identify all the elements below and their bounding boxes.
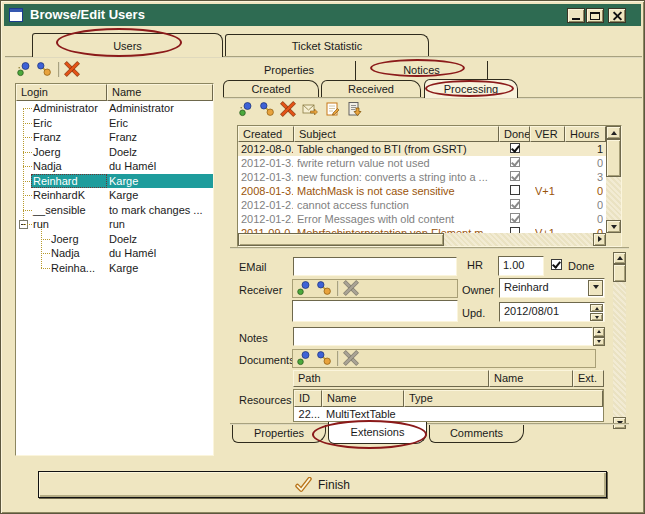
upd-date-field[interactable]: 2012/08/01	[499, 302, 605, 322]
tab-properties-top[interactable]: Properties	[223, 61, 356, 80]
forward-notice-button[interactable]	[302, 101, 319, 118]
col-header-type[interactable]: Type	[404, 390, 603, 407]
spin-up-button[interactable]	[590, 304, 603, 312]
col-header-ext[interactable]: Ext.	[573, 370, 604, 387]
notice-done-checkbox[interactable]	[510, 213, 520, 223]
scroll-up-button[interactable]	[606, 126, 621, 139]
tree-row[interactable]: ReinhardKarge	[16, 174, 213, 189]
titlebar[interactable]: Browse/Edit Users	[4, 4, 641, 26]
resources-table[interactable]: ID Name Type 22...MultiTextTable	[293, 389, 604, 422]
tree-row[interactable]: AdministratorAdministrator	[16, 101, 213, 116]
maximize-button[interactable]	[586, 8, 604, 23]
delete-user-button[interactable]	[64, 61, 81, 78]
notices-table[interactable]: Created Subject Done VER Hours 2012-08-0…	[237, 125, 622, 247]
col-header-doc-name[interactable]: Name	[489, 370, 573, 387]
scroll-down-button[interactable]	[606, 220, 621, 233]
tree-row[interactable]: Nadjadu Hamél	[16, 159, 213, 174]
link-document-button[interactable]	[316, 350, 333, 367]
col-header-id[interactable]: ID	[294, 390, 322, 407]
link-notice-button[interactable]	[259, 101, 276, 118]
col-header-subject[interactable]: Subject	[294, 126, 499, 142]
tree-row[interactable]: FranzFranz	[16, 130, 213, 145]
col-header-created[interactable]: Created	[238, 126, 294, 142]
owner-dropdown-button[interactable]	[588, 280, 603, 296]
tree-branch-line	[23, 210, 32, 211]
notice-row[interactable]: 2012-08-0...Table changed to BTI (from G…	[238, 142, 606, 156]
col-header-done[interactable]: Done	[499, 126, 530, 142]
tree-branch-line	[23, 195, 32, 196]
form-scroll-up-button[interactable]	[613, 252, 626, 264]
notice-done-checkbox[interactable]	[510, 171, 520, 181]
tree-row[interactable]: ReinhardKKarge	[16, 188, 213, 203]
tab-ticket-statistic[interactable]: Ticket Statistic	[225, 34, 429, 57]
maximize-icon	[590, 12, 600, 20]
delete-receiver-button-disabled[interactable]	[343, 280, 360, 297]
notes-field[interactable]	[293, 327, 593, 346]
minimize-button[interactable]	[567, 8, 585, 23]
tab-received[interactable]: Received	[321, 80, 421, 97]
spin-down-button[interactable]	[590, 313, 603, 321]
tab-properties-bottom[interactable]: Properties	[232, 425, 326, 443]
user-name: du Hamél	[109, 159, 156, 174]
form-vscroll-thumb[interactable]	[613, 264, 626, 282]
add-notice-button[interactable]	[238, 101, 255, 118]
col-header-ver[interactable]: VER	[530, 126, 565, 142]
tree-header-name[interactable]: Name	[107, 84, 213, 101]
add-user-button[interactable]	[16, 61, 33, 78]
notice-done-checkbox[interactable]	[510, 199, 520, 209]
add-receiver-button[interactable]	[296, 280, 313, 297]
email-field[interactable]	[293, 257, 457, 276]
delete-receiver-icon	[343, 280, 359, 296]
link-user-button[interactable]	[36, 61, 53, 78]
notice-created: 2012-01-3...	[241, 170, 293, 184]
tree-row[interactable]: EricEric	[16, 116, 213, 131]
tab-created[interactable]: Created	[223, 80, 319, 97]
tree-row[interactable]: __sensibleto mark changes ...	[16, 203, 213, 218]
tab-extensions[interactable]: Extensions	[328, 422, 427, 444]
tab-notices[interactable]: Notices	[356, 61, 488, 80]
notice-row[interactable]: 2012-01-2...Error Messages with old cont…	[238, 212, 606, 226]
edit-notice-button[interactable]	[324, 101, 341, 118]
tree-row[interactable]: runrun	[16, 217, 213, 232]
scroll-right-button[interactable]	[593, 233, 606, 246]
done-checkbox[interactable]	[551, 259, 562, 270]
notice-done-checkbox[interactable]	[510, 185, 520, 195]
notice-row[interactable]: 2012-01-3...fwrite return value not used…	[238, 156, 606, 170]
notice-row[interactable]: 2008-01-3...MatchMask is not case sensit…	[238, 184, 606, 198]
close-button[interactable]	[608, 8, 626, 23]
hr-field[interactable]: 1.00	[498, 256, 544, 276]
notes-scroll-down-button[interactable]	[593, 337, 605, 346]
notice-row[interactable]: 2012-01-2...cannot access function0	[238, 198, 606, 212]
col-header-hours[interactable]: Hours	[565, 126, 606, 142]
link-receiver-button[interactable]	[316, 280, 333, 297]
vscroll-thumb[interactable]	[606, 139, 621, 177]
tree-header-login[interactable]: Login	[16, 84, 107, 101]
delete-notice-button[interactable]	[280, 101, 297, 118]
hscroll-thumb[interactable]	[238, 233, 444, 246]
delete-document-button-disabled[interactable]	[343, 350, 360, 367]
notice-done-checkbox[interactable]	[510, 157, 520, 167]
upd-spinner[interactable]	[590, 304, 603, 320]
finish-button[interactable]: Finish	[38, 471, 607, 498]
tab-users[interactable]: Users	[32, 33, 223, 57]
tree-row[interactable]: Nadjadu Hamél	[16, 246, 213, 261]
documents-table-header: Path Name Ext.	[293, 370, 604, 387]
add-document-button[interactable]	[296, 350, 313, 367]
notice-row[interactable]: 2012-01-3...new function: converts a str…	[238, 170, 606, 184]
upd-label: Upd.	[462, 307, 485, 319]
forward-notice-icon	[302, 101, 318, 117]
export-notice-button[interactable]	[346, 101, 363, 118]
notice-done-checkbox[interactable]	[510, 143, 520, 153]
col-header-res-name[interactable]: Name	[322, 390, 404, 407]
user-tree[interactable]: Login Name AdministratorAdministratorEri…	[15, 83, 214, 456]
tab-comments[interactable]: Comments	[429, 425, 524, 443]
tree-row[interactable]: Reinha...Karge	[16, 261, 213, 276]
resource-row[interactable]: 22...MultiTextTable	[294, 407, 603, 422]
owner-combobox[interactable]: Reinhard	[499, 278, 605, 298]
tree-row[interactable]: JoergDoelz	[16, 232, 213, 247]
col-header-path[interactable]: Path	[293, 370, 489, 387]
notes-scroll-up-button[interactable]	[593, 327, 605, 337]
tree-row[interactable]: JoergDoelz	[16, 145, 213, 160]
receiver-field[interactable]	[292, 300, 458, 322]
tab-processing[interactable]: Processing	[424, 79, 518, 98]
